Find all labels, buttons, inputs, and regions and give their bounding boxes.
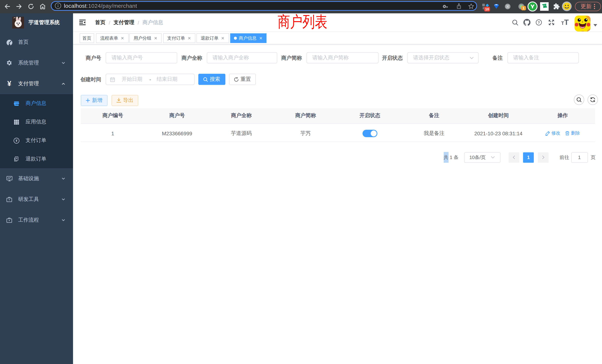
svg-text:?: ? [538,21,540,24]
svg-text:⌘: ⌘ [506,5,509,8]
svg-text:¥: ¥ [15,139,17,142]
